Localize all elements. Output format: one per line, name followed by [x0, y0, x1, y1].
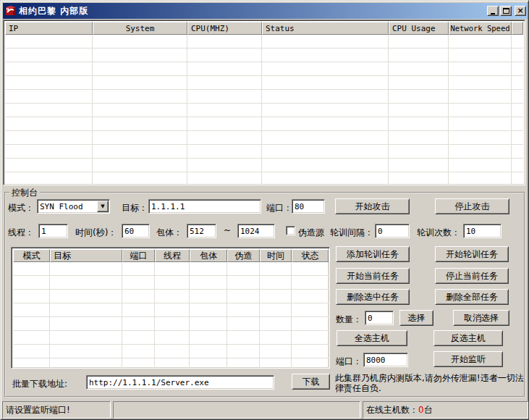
select-button[interactable]: 选择 — [399, 310, 433, 326]
range-tilde: ~ — [224, 225, 231, 235]
rotation-interval-label: 轮训间隔： — [330, 227, 373, 239]
host-table: IP System CPU(MHZ) Status CPU Usage Netw… — [3, 20, 525, 185]
chevron-down-icon[interactable]: ▼ — [97, 201, 109, 212]
time-input[interactable] — [122, 224, 150, 238]
delete-all-task-button[interactable]: 删除全部任务 — [435, 289, 509, 305]
task-table-body — [13, 262, 328, 369]
delete-selected-task-button[interactable]: 删除选中任务 — [336, 289, 410, 305]
task-column-target[interactable]: 目标 — [50, 249, 122, 262]
mode-label: 模式： — [8, 202, 34, 214]
online-hosts-label: 在线主机数： — [366, 405, 418, 415]
rotation-interval-input[interactable] — [375, 224, 410, 238]
stop-attack-button[interactable]: 停止攻击 — [435, 198, 509, 214]
start-listen-button[interactable]: 开始监听 — [433, 351, 503, 367]
spoof-source-checkbox[interactable] — [286, 226, 295, 235]
table-row — [13, 358, 328, 369]
table-row — [5, 145, 523, 159]
add-rotation-task-button[interactable]: 添加轮训任务 — [336, 246, 410, 262]
rotation-count-input[interactable] — [463, 224, 502, 238]
minimize-button[interactable] — [487, 6, 499, 16]
table-row — [5, 76, 523, 90]
task-column-threads[interactable]: 线程 — [155, 249, 190, 262]
invert-hosts-button[interactable]: 反选主机 — [433, 330, 503, 346]
table-row — [13, 276, 328, 290]
console-legend: 控制台 — [9, 187, 40, 199]
column-header-ip[interactable]: IP — [5, 22, 93, 35]
count-input[interactable] — [365, 311, 394, 325]
task-table: 模式 目标 端口 线程 包体 伪造 时间 状态 — [11, 247, 330, 369]
download-button[interactable]: 下载 — [292, 374, 330, 390]
column-header-cpu-usage[interactable]: CPU Usage — [389, 22, 449, 35]
window-title: 相约巴黎 内部版 — [19, 5, 487, 17]
app-icon — [5, 5, 17, 17]
table-row — [5, 159, 523, 172]
mode-selected-value: SYN Flood — [38, 202, 97, 211]
spoof-source-label: 伪造源 — [298, 227, 324, 239]
target-label: 目标： — [122, 202, 148, 214]
cancel-select-button[interactable]: 取消选择 — [453, 310, 509, 326]
task-column-time[interactable]: 时间 — [260, 249, 292, 262]
column-header-stub — [512, 22, 523, 35]
threads-input[interactable] — [38, 224, 68, 238]
start-current-task-button[interactable]: 开始当前任务 — [336, 268, 410, 284]
table-row — [13, 317, 328, 331]
start-attack-button[interactable]: 开始攻击 — [335, 198, 410, 214]
task-column-packet[interactable]: 包体 — [190, 249, 227, 262]
app-window: 相约巴黎 内部版 × IP System CPU(MHZ) Status CPU… — [0, 0, 529, 420]
column-header-system[interactable]: System — [93, 22, 187, 35]
listen-port-label: 端口： — [336, 356, 362, 368]
online-hosts-panel: 在线主机数：0台 — [363, 401, 528, 419]
status-message: 请设置监听端口! — [6, 405, 70, 415]
maximize-button[interactable] — [500, 6, 512, 16]
stop-current-task-button[interactable]: 停止当前任务 — [435, 268, 509, 284]
task-column-status[interactable]: 状态 — [292, 249, 329, 262]
column-header-network-speed[interactable]: Network Speed — [449, 22, 512, 35]
task-column-port[interactable]: 端口 — [122, 249, 155, 262]
target-input[interactable] — [148, 199, 261, 214]
close-icon: × — [517, 7, 523, 14]
listen-port-input[interactable] — [363, 353, 408, 367]
minimize-icon — [491, 13, 495, 14]
task-column-stub — [329, 249, 330, 262]
attack-port-input[interactable] — [292, 199, 325, 214]
host-table-header: IP System CPU(MHZ) Status CPU Usage Netw… — [5, 22, 523, 35]
notice-text: 此集群乃机房内测版本,请勿外传泄漏!违者一切法律责任自负. — [335, 373, 529, 393]
table-row — [13, 303, 328, 317]
packet-min-input[interactable] — [187, 224, 216, 238]
host-table-body — [5, 35, 523, 185]
table-row — [5, 49, 523, 62]
rotation-count-label: 轮训次数： — [417, 227, 460, 239]
table-row — [5, 172, 523, 185]
mode-select[interactable]: SYN Flood ▼ — [37, 199, 110, 214]
start-rotation-task-button[interactable]: 开始轮训任务 — [435, 246, 509, 262]
table-row — [5, 90, 523, 104]
task-column-spoof[interactable]: 伪造 — [227, 249, 260, 262]
table-row — [5, 117, 523, 131]
column-header-cpu-mhz[interactable]: CPU(MHZ) — [187, 22, 262, 35]
time-label: 时间(秒)： — [75, 227, 117, 239]
title-bar[interactable]: 相约巴黎 内部版 × — [3, 3, 528, 19]
task-column-mode[interactable]: 模式 — [13, 249, 50, 262]
packet-label: 包体： — [156, 227, 182, 239]
online-hosts-count: 0 — [418, 405, 424, 415]
table-row — [5, 104, 523, 117]
threads-label: 线程： — [8, 227, 34, 239]
close-button[interactable]: × — [515, 6, 526, 16]
table-row — [13, 331, 328, 345]
maximize-icon — [503, 8, 509, 14]
table-row — [5, 35, 523, 49]
packet-max-input[interactable] — [237, 224, 275, 238]
table-row — [5, 62, 523, 76]
task-table-header: 模式 目标 端口 线程 包体 伪造 时间 状态 — [13, 249, 328, 262]
table-row — [5, 131, 523, 145]
table-row — [13, 345, 328, 358]
table-row — [13, 262, 328, 276]
attack-port-label: 端口： — [266, 202, 292, 214]
download-url-input[interactable] — [86, 375, 274, 390]
count-label: 数量： — [336, 314, 362, 326]
column-header-status[interactable]: Status — [262, 22, 389, 35]
online-hosts-unit: 台 — [424, 405, 433, 415]
status-middle-panel — [113, 401, 360, 419]
select-all-hosts-button[interactable]: 全选主机 — [337, 330, 407, 346]
download-url-label: 批量下载地址: — [12, 378, 67, 390]
